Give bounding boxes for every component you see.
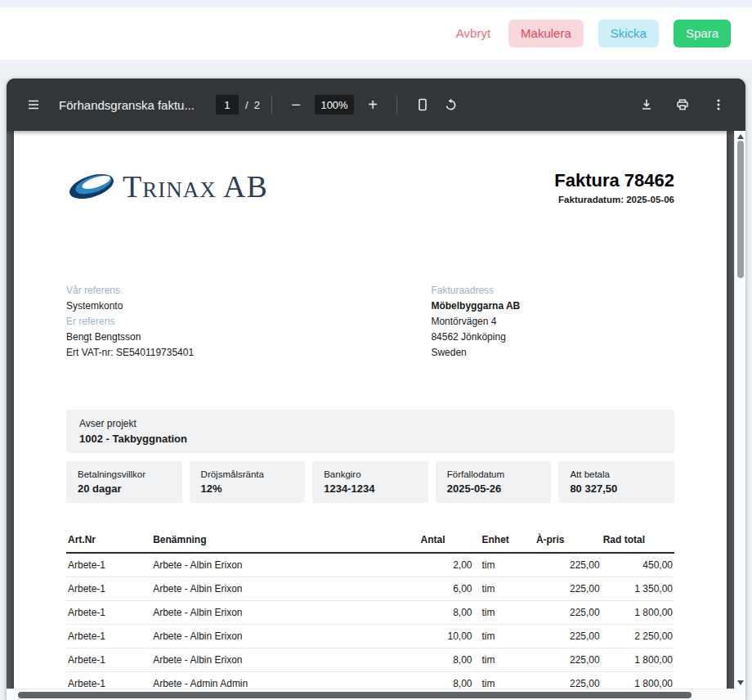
pdf-viewport: Trinax AB Faktura 78462 Fakturadatum: 20… [7,131,745,700]
table-cell: 8,00 [419,648,474,672]
toolbar-divider [396,96,397,114]
table-cell: Arbete - Albin Erixon [151,601,419,625]
invoice-page: Trinax AB Faktura 78462 Fakturadatum: 20… [14,131,727,700]
table-cell: Arbete - Albin Erixon [151,625,419,648]
page-count: / 2 [245,99,260,111]
table-cell: 225,00 [535,648,602,672]
logo-swoosh-icon [66,170,117,203]
table-cell: 225,00 [535,577,602,601]
table-cell: Arbete-1 [66,625,151,648]
table-cell: 2 250,00 [602,625,674,648]
invoice-date: Fakturadatum: 2025-05-06 [554,195,674,204]
rotate-icon[interactable] [436,91,464,119]
table-cell: 225,00 [535,553,602,577]
billing-address-block: Fakturaadress Möbelbyggarna AB Montörväg… [431,283,674,361]
zoom-out-button[interactable]: − [284,92,308,117]
table-row: Arbete-1 Arbete - Albin Erixon 8,00 tim … [66,648,674,672]
our-reference-value: Systemkonto [66,298,431,314]
billing-address-name: Möbelbyggarna AB [431,298,674,314]
table-cell: tim [473,553,534,577]
table-cell: 2,00 [419,553,474,577]
billing-address-country: Sweden [431,345,674,361]
table-cell: 1 800,00 [602,648,674,672]
vat-number: Ert VAT-nr: SE540119735401 [66,345,431,361]
info-box-late-interest: Dröjsmålsränta 12% [190,461,306,503]
table-cell: 1 350,00 [602,577,674,601]
project-box: Avser projekt 1002 - Takbyggnation [66,410,674,453]
table-cell: Arbete-1 [66,577,151,601]
menu-icon[interactable] [20,91,47,119]
table-cell: 225,00 [535,601,602,625]
horizontal-scrollbar-thumb[interactable] [18,692,692,698]
table-row: Arbete-1 Arbete - Albin Erixon 6,00 tim … [66,577,674,601]
table-cell: 6,00 [419,577,474,601]
col-quantity: Antal [419,527,474,553]
table-cell: Arbete-1 [66,648,151,672]
col-description: Benämning [151,527,419,553]
vertical-scrollbar-thumb[interactable] [737,141,744,278]
download-icon[interactable] [633,91,660,119]
project-value: 1002 - Takbyggnation [79,433,661,445]
table-cell: tim [473,625,534,648]
table-row: Arbete-1 Arbete - Albin Erixon 8,00 tim … [66,601,674,625]
print-icon[interactable] [669,91,696,119]
page-area: Trinax AB Faktura 78462 Fakturadatum: 20… [7,131,734,700]
col-artnr: Art.Nr [66,527,151,553]
action-bar: Avbryt Makulera Skicka Spara [0,7,752,60]
fit-page-icon[interactable] [409,91,436,119]
void-invoice-button[interactable]: Makulera [508,20,584,48]
document-title: Förhandsgranska faktu... [59,98,195,112]
table-cell: Arbete - Albin Erixon [151,577,419,601]
table-row: Arbete-1 Arbete - Albin Erixon 10,00 tim… [66,625,674,648]
references-block: Vår referens Systemkonto Er referens Ben… [66,283,431,361]
col-unit: Enhet [473,527,534,553]
table-cell: Arbete - Albin Erixon [151,648,419,672]
table-cell: tim [473,577,534,601]
table-header-row: Art.Nr Benämning Antal Enhet À-pris Rad … [66,527,674,553]
invoice-info-row: Betalningsvillkor 20 dagar Dröjsmålsränt… [66,461,674,503]
scroll-down-icon[interactable] [737,680,744,685]
table-cell: 8,00 [419,601,474,625]
your-reference-label: Er referens [66,314,431,330]
info-box-amount-due: Att betala 80 327,50 [558,461,674,503]
zoom-level[interactable]: 100% [315,95,354,114]
table-cell: 225,00 [535,625,602,648]
table-cell: 10,00 [419,625,474,648]
toolbar-divider [271,96,272,114]
more-icon[interactable] [705,91,732,119]
table-cell: Arbete - Albin Erixon [151,553,419,577]
vertical-scrollbar[interactable] [734,131,745,689]
company-logo: Trinax AB [66,170,268,203]
billing-address-city: 84562 Jönköping [431,330,674,345]
scrollbar-corner [734,689,745,700]
toolbar-right-actions [633,91,732,119]
your-reference-value: Bengt Bengtsson [66,330,431,345]
table-cell: tim [473,601,534,625]
col-unit-price: À-pris [535,527,602,553]
scroll-up-icon[interactable] [737,134,744,139]
info-box-due-date: Förfallodatum 2025-05-26 [436,461,552,503]
send-button[interactable]: Skicka [598,20,659,48]
invoice-title-block: Faktura 78462 Fakturadatum: 2025-05-06 [554,170,674,204]
save-button[interactable]: Spara [674,20,731,48]
table-row: Arbete-1 Arbete - Albin Erixon 2,00 tim … [66,553,674,577]
project-label: Avser projekt [79,418,661,429]
horizontal-scrollbar[interactable] [7,689,734,700]
col-line-total: Rad total [602,527,674,553]
company-name: Trinax AB [123,171,268,202]
our-reference-label: Vår referens [66,283,431,298]
invoice-lines-table: Art.Nr Benämning Antal Enhet À-pris Rad … [66,527,674,696]
table-cell: Arbete-1 [66,553,151,577]
invoice-number: Faktura 78462 [554,170,674,191]
billing-address-label: Fakturaadress [431,283,674,298]
billing-address-street: Montörvägen 4 [431,314,674,330]
table-cell: 450,00 [602,553,674,577]
zoom-in-button[interactable]: + [360,92,385,117]
page-controls: / 2 − 100% + [216,91,464,119]
cancel-button[interactable]: Avbryt [453,20,494,48]
table-cell: tim [473,648,534,672]
table-cell: Arbete-1 [66,601,151,625]
table-cell: 1 800,00 [602,601,674,625]
page-number-input[interactable] [216,95,239,114]
info-box-payment-terms: Betalningsvillkor 20 dagar [66,461,182,503]
